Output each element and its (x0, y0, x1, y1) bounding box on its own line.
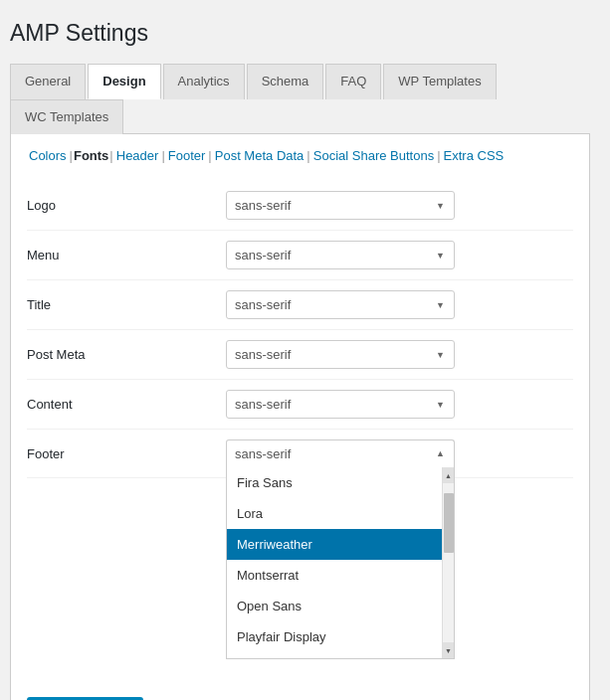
select-wrapper-content: sans-serif (226, 390, 455, 419)
select-wrapper-logo: sans-serif (226, 191, 455, 220)
select-menu[interactable]: sans-serif (226, 241, 455, 269)
scroll-thumb-area (443, 483, 455, 642)
dropdown-item-merriweather[interactable]: Merriweather (227, 529, 454, 560)
subnav-extra-css[interactable]: Extra CSS (442, 148, 507, 163)
tab-faq[interactable]: FAQ (325, 64, 381, 99)
label-menu: Menu (27, 248, 226, 262)
dropdown-item-fira-sans[interactable]: Fira Sans (227, 467, 454, 498)
select-wrapper-menu: sans-serif (226, 241, 455, 269)
dropdown-scroll-area[interactable]: Fira Sans Lora Merriweather Montserrat O… (227, 467, 454, 656)
control-content: sans-serif (226, 390, 573, 419)
page-wrapper: AMP Settings General Design Analytics Sc… (0, 0, 610, 700)
tab-general[interactable]: General (10, 64, 86, 99)
page-title: AMP Settings (10, 20, 590, 47)
subnav-social-share[interactable]: Social Share Buttons (311, 148, 436, 163)
tab-analytics[interactable]: Analytics (163, 64, 245, 99)
footer-dropdown: Fira Sans Lora Merriweather Montserrat O… (226, 467, 455, 659)
tabs-bar: General Design Analytics Schema FAQ WP T… (10, 63, 590, 134)
tab-wp-templates[interactable]: WP Templates (383, 64, 496, 99)
scrollbar: ▲ ▼ (442, 467, 454, 658)
select-wrapper-title: sans-serif (226, 290, 455, 319)
scroll-down-button[interactable]: ▼ (443, 642, 455, 658)
label-post-meta: Post Meta (27, 347, 226, 362)
subnav-post-meta-data[interactable]: Post Meta Data (213, 148, 306, 163)
subnav-fonts[interactable]: Fonts (74, 148, 108, 163)
select-content[interactable]: sans-serif (226, 390, 455, 419)
sep1: | (70, 148, 73, 163)
select-title[interactable]: sans-serif (226, 290, 455, 319)
tab-schema[interactable]: Schema (247, 64, 324, 99)
footer-select-wrapper: sans-serif (226, 439, 455, 467)
form-row-content: Content sans-serif (27, 380, 573, 430)
scroll-thumb (444, 493, 454, 553)
select-post-meta[interactable]: sans-serif (226, 340, 455, 369)
select-logo[interactable]: sans-serif (226, 191, 455, 220)
label-title: Title (27, 297, 226, 312)
sub-nav: Colors | Fonts | Header | Footer | Post … (27, 148, 573, 163)
subnav-footer[interactable]: Footer (166, 148, 208, 163)
label-content: Content (27, 397, 226, 412)
control-menu: sans-serif (226, 241, 573, 269)
label-logo: Logo (27, 198, 226, 213)
content-area: Colors | Fonts | Header | Footer | Post … (10, 134, 590, 700)
label-footer: Footer (27, 446, 226, 461)
control-post-meta: sans-serif (226, 340, 573, 369)
sep5: | (306, 148, 309, 163)
sep3: | (161, 148, 164, 163)
form-row-menu: Menu sans-serif (27, 231, 573, 280)
form-row-footer: Footer sans-serif Fira Sans Lora (27, 430, 573, 478)
dropdown-item-playfair[interactable]: Playfair Display (227, 621, 454, 652)
form-row-post-meta: Post Meta sans-serif (27, 330, 573, 380)
sep6: | (437, 148, 440, 163)
control-logo: sans-serif (226, 191, 573, 220)
tab-design[interactable]: Design (88, 64, 160, 99)
form-section: Logo sans-serif Menu sans-serif (27, 181, 573, 478)
sep2: | (109, 148, 112, 163)
tab-wc-templates[interactable]: WC Templates (10, 99, 123, 134)
dropdown-item-montserrat[interactable]: Montserrat (227, 560, 454, 591)
select-footer[interactable]: sans-serif (226, 439, 455, 467)
sep4: | (208, 148, 211, 163)
dropdown-item-lora[interactable]: Lora (227, 498, 454, 529)
dropdown-item-open-sans[interactable]: Open Sans (227, 591, 454, 621)
form-row-logo: Logo sans-serif (27, 181, 573, 231)
scroll-up-button[interactable]: ▲ (443, 467, 455, 483)
control-footer: sans-serif Fira Sans Lora Merriweather M… (226, 439, 573, 467)
control-title: sans-serif (226, 290, 573, 319)
subnav-header[interactable]: Header (114, 148, 161, 163)
select-wrapper-post-meta: sans-serif (226, 340, 455, 369)
subnav-colors[interactable]: Colors (27, 148, 69, 163)
form-row-title: Title sans-serif (27, 280, 573, 330)
